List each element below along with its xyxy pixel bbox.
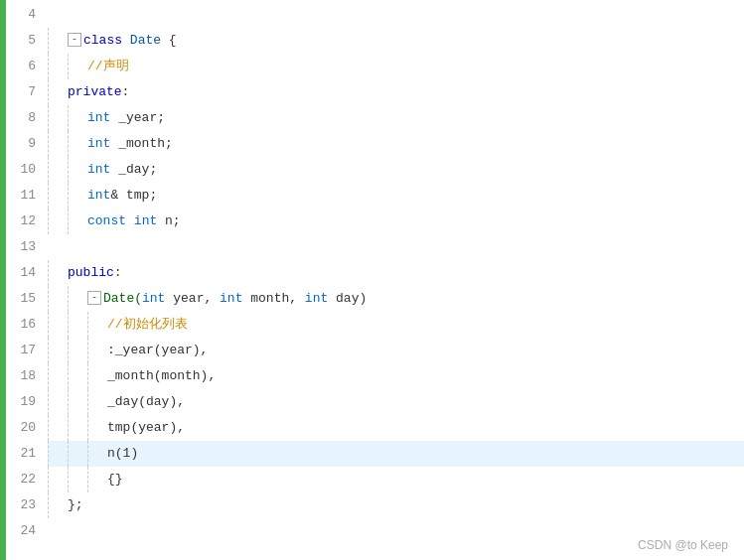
code-token: : <box>114 265 122 280</box>
code-line: int& tmp; <box>48 183 744 209</box>
line-number: 18 <box>6 363 36 389</box>
line-number: 10 <box>6 157 36 183</box>
line-number: 9 <box>6 131 36 157</box>
code-line: n(1) <box>48 441 744 467</box>
code-line: }; <box>48 492 744 518</box>
line-number: 8 <box>6 105 36 131</box>
code-token <box>122 33 130 48</box>
code-token: day) <box>328 291 367 306</box>
line-number: 13 <box>6 234 36 260</box>
code-token: const <box>87 213 126 228</box>
line-number: 15 <box>6 286 36 312</box>
line-number: 23 <box>6 492 36 518</box>
line-number: 14 <box>6 260 36 286</box>
line-number: 22 <box>6 467 36 492</box>
code-token: int <box>87 110 110 125</box>
code-token: & tmp; <box>110 188 157 203</box>
code-token: class <box>83 33 122 48</box>
code-line: public: <box>48 260 744 286</box>
line-number: 16 <box>6 312 36 338</box>
watermark: CSDN @to Keep <box>638 538 728 552</box>
code-token: n; <box>157 213 180 228</box>
line-number: 5 <box>6 28 36 54</box>
code-token: Date( <box>103 291 142 306</box>
code-line: private: <box>48 79 744 105</box>
line-number: 11 <box>6 183 36 209</box>
code-line: {} <box>48 467 744 492</box>
editor-container: 456789101112131415161718192021222324 -cl… <box>0 0 744 560</box>
line-number: 19 <box>6 389 36 415</box>
code-token: int <box>134 213 157 228</box>
code-token: _month; <box>110 136 172 151</box>
line-number: 24 <box>6 518 36 544</box>
code-token: {} <box>107 472 123 487</box>
line-number: 21 <box>6 441 36 467</box>
code-token: Date <box>130 33 161 48</box>
code-token: { <box>161 33 177 48</box>
code-line <box>48 2 744 28</box>
code-token: int <box>142 291 165 306</box>
code-token: //初始化列表 <box>107 317 188 332</box>
code-line: //声明 <box>48 54 744 79</box>
code-token: n(1) <box>107 446 138 461</box>
line-number: 4 <box>6 2 36 28</box>
code-token: int <box>220 291 242 306</box>
code-token: tmp(year), <box>107 420 185 435</box>
code-line: -class Date { <box>48 28 744 54</box>
code-token: private <box>68 84 122 99</box>
code-token: int <box>87 162 110 177</box>
code-line: int _day; <box>48 157 744 183</box>
code-line: tmp(year), <box>48 415 744 441</box>
code-token <box>126 213 134 228</box>
code-line: const int n; <box>48 209 744 234</box>
code-token: _month(month), <box>107 368 216 383</box>
code-line: int _month; <box>48 131 744 157</box>
code-token: : <box>122 84 130 99</box>
code-token: }; <box>68 497 83 512</box>
code-token: public <box>68 265 114 280</box>
code-token: year, <box>165 291 220 306</box>
code-token: int <box>87 136 110 151</box>
code-token: //声明 <box>87 59 129 73</box>
code-line <box>48 234 744 260</box>
code-line: -Date(int year, int month, int day) <box>48 286 744 312</box>
code-line: //初始化列表 <box>48 312 744 338</box>
line-number: 7 <box>6 79 36 105</box>
collapse-icon[interactable]: - <box>87 291 101 305</box>
code-token: month, <box>242 291 304 306</box>
code-line: int _year; <box>48 105 744 131</box>
code-token: _day(day), <box>107 394 185 409</box>
code-token: _year; <box>110 110 165 125</box>
line-number: 17 <box>6 338 36 363</box>
line-number: 6 <box>6 54 36 79</box>
line-number: 20 <box>6 415 36 441</box>
code-token: int <box>305 291 328 306</box>
code-token: int <box>87 188 110 203</box>
code-line: _day(day), <box>48 389 744 415</box>
code-line: :_year(year), <box>48 338 744 363</box>
code-line: _month(month), <box>48 363 744 389</box>
line-numbers: 456789101112131415161718192021222324 <box>6 0 44 560</box>
line-number: 12 <box>6 209 36 234</box>
code-token: :_year(year), <box>107 343 208 357</box>
code-token: _day; <box>110 162 157 177</box>
code-area[interactable]: -class Date {//声明private:int _year;int _… <box>44 0 744 560</box>
collapse-icon[interactable]: - <box>68 33 81 47</box>
